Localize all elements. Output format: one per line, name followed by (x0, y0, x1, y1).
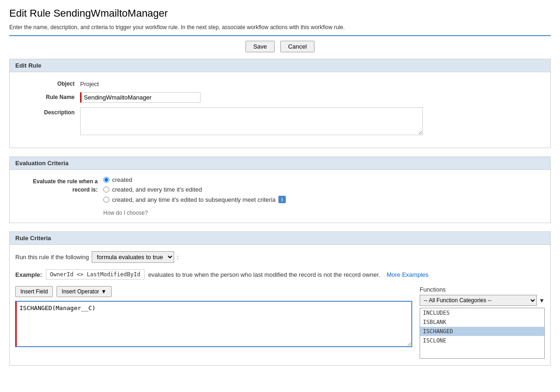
formula-area-container: Insert Field Insert Operator ▼ Functions… (15, 286, 545, 359)
run-suffix: : (177, 254, 179, 261)
eval-label: Evaluate the rule when a record is: (15, 176, 103, 194)
functions-select-row: -- All Function Categories -- ▼ (420, 295, 545, 306)
run-rule-row: Run this rule if the following formula e… (15, 251, 545, 263)
function-isblank[interactable]: ISBLANK (420, 317, 544, 327)
radio-created-edited-label: created, and every time it's edited (112, 186, 202, 193)
page-title: Edit Rule SendingWmailtoManager (9, 7, 551, 19)
save-button[interactable]: Save (245, 41, 275, 52)
radio-created-meet-criteria[interactable] (103, 197, 109, 203)
toolbar: Save Cancel (9, 41, 551, 52)
functions-category-select[interactable]: -- All Function Categories -- (420, 295, 537, 306)
how-choose[interactable]: How do I choose? (103, 210, 286, 216)
insert-operator-button[interactable]: Insert Operator ▼ (57, 286, 112, 297)
edit-rule-body: Object Project Rule Name Description (10, 72, 550, 148)
function-isclone[interactable]: ISCLONE (420, 336, 544, 345)
insert-operator-label: Insert Operator (62, 288, 99, 295)
more-examples-link[interactable]: More Examples (387, 271, 428, 278)
functions-list[interactable]: INCLUDES ISBLANK ISCHANGED ISCLONE (420, 308, 545, 359)
rule-name-label: Rule Name (15, 92, 80, 100)
evaluation-criteria-header: Evaluation Criteria (10, 157, 550, 170)
example-label: Example: (15, 271, 42, 278)
description-textarea[interactable] (80, 107, 423, 135)
formula-editor[interactable] (15, 301, 412, 347)
insert-field-button[interactable]: Insert Field (15, 286, 53, 297)
description-label: Description (15, 107, 80, 116)
evaluation-criteria-body: Evaluate the rule when a record is: crea… (10, 170, 550, 223)
edit-rule-section: Edit Rule Object Project Rule Name Descr… (9, 59, 551, 148)
functions-category-arrow: ▼ (539, 297, 545, 304)
info-icon[interactable]: i (278, 196, 286, 203)
run-prefix: Run this rule if the following (15, 254, 89, 261)
example-formula: OwnerId <> LastModifiedById (46, 269, 145, 280)
object-label: Object (15, 79, 80, 87)
functions-panel: Functions -- All Function Categories -- … (420, 286, 545, 359)
radio-created-meet-criteria-label: created, and any time it's edited to sub… (112, 196, 276, 203)
description-row: Description (15, 107, 545, 137)
functions-label: Functions (420, 286, 545, 293)
formula-left: Insert Field Insert Operator ▼ (15, 286, 412, 348)
evaluation-criteria-section: Evaluation Criteria Evaluate the rule wh… (9, 156, 551, 223)
object-value: Project (80, 79, 545, 87)
page-subtitle: Enter the name, description, and criteri… (9, 24, 551, 36)
example-row: Example: OwnerId <> LastModifiedById eva… (15, 269, 545, 280)
eval-row: Evaluate the rule when a record is: crea… (15, 176, 545, 216)
example-text: evaluates to true when the person who la… (148, 271, 380, 278)
object-row: Object Project (15, 79, 545, 87)
function-includes[interactable]: INCLUDES (420, 308, 544, 317)
run-formula-select[interactable]: formula evaluates to true (92, 251, 174, 263)
edit-rule-header: Edit Rule (10, 59, 550, 72)
cancel-button[interactable]: Cancel (280, 41, 315, 52)
radio-options: created created, and every time it's edi… (103, 176, 286, 216)
insert-operator-arrow: ▼ (101, 288, 107, 295)
radio-created[interactable] (103, 177, 109, 183)
radio-option-2[interactable]: created, and every time it's edited (103, 186, 286, 193)
rule-criteria-body: Run this rule if the following formula e… (10, 245, 550, 365)
rule-name-value (80, 92, 545, 103)
rule-name-input[interactable] (80, 92, 201, 103)
radio-created-edited[interactable] (103, 187, 109, 193)
radio-created-label: created (112, 176, 132, 183)
rule-criteria-section: Rule Criteria Run this rule if the follo… (9, 231, 551, 366)
function-ischanged[interactable]: ISCHANGED (420, 327, 544, 336)
description-value (80, 107, 545, 137)
rule-name-row: Rule Name (15, 92, 545, 103)
radio-option-3[interactable]: created, and any time it's edited to sub… (103, 196, 286, 203)
rule-criteria-header: Rule Criteria (10, 232, 550, 245)
radio-option-1[interactable]: created (103, 176, 286, 183)
insert-buttons: Insert Field Insert Operator ▼ (15, 286, 412, 297)
